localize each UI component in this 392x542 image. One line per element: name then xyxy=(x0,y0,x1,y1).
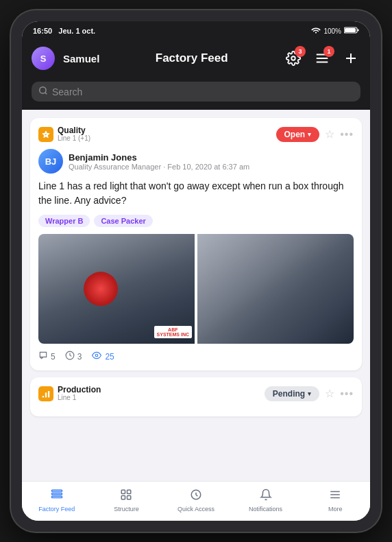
card-header-2: Production Line 1 Pending ▾ ☆ ••• xyxy=(38,386,354,401)
svg-rect-19 xyxy=(127,496,131,499)
search-bar xyxy=(22,76,370,110)
comment-icon xyxy=(38,351,48,362)
stat-views: 25 xyxy=(91,351,114,362)
nav-factory-feed[interactable]: Factory Feed xyxy=(22,486,92,515)
search-input[interactable] xyxy=(52,86,354,97)
header-title: Factory Feed xyxy=(108,51,275,65)
battery-icon xyxy=(344,27,359,35)
label-sub: Line 1 (+1) xyxy=(58,134,90,142)
star-icon[interactable]: ☆ xyxy=(325,128,334,141)
post-text: Line 1 has a red light that won't go awa… xyxy=(38,179,354,208)
menu-button[interactable]: 1 xyxy=(313,49,332,68)
status-bar: 16:50 Jeu. 1 oct. 100% xyxy=(22,21,370,40)
stat-responses: 3 xyxy=(65,351,82,362)
tags: Wrapper B Case Packer xyxy=(38,215,354,227)
post-image-right[interactable] xyxy=(197,234,354,344)
post-stats: 5 3 25 xyxy=(38,351,354,362)
status-time-date: 16:50 Jeu. 1 oct. xyxy=(33,27,95,35)
quick-access-icon xyxy=(189,488,203,504)
svg-point-9 xyxy=(40,87,46,93)
header-actions: 3 1 xyxy=(284,49,360,68)
card-actions: Open ▾ ☆ ••• xyxy=(276,127,354,142)
tablet-frame: 16:50 Jeu. 1 oct. 100% S Samuel Factory … xyxy=(11,10,381,532)
structure-icon xyxy=(119,488,133,504)
label-text: Quality Line 1 (+1) xyxy=(58,126,90,142)
status-right: 100% xyxy=(311,27,359,35)
label-name-2: Production xyxy=(58,386,101,394)
screen: 16:50 Jeu. 1 oct. 100% S Samuel Factory … xyxy=(22,21,370,521)
more-icon xyxy=(328,488,342,504)
production-label-icon xyxy=(38,386,53,401)
notifications-icon xyxy=(260,488,272,504)
battery-percent: 100% xyxy=(323,27,341,35)
open-status-button[interactable]: Open ▾ xyxy=(276,127,320,142)
post-images xyxy=(38,234,354,344)
card-header: Quality Line 1 (+1) Open ▾ ☆ ••• xyxy=(38,126,354,142)
header-username: Samuel xyxy=(63,53,99,64)
tag-wrapper-b[interactable]: Wrapper B xyxy=(38,215,90,227)
svg-rect-14 xyxy=(51,493,62,495)
avatar[interactable]: S xyxy=(32,47,55,70)
chevron-down-icon-2: ▾ xyxy=(308,390,311,397)
post-card-quality: Quality Line 1 (+1) Open ▾ ☆ ••• xyxy=(30,118,362,370)
more-options-icon-2[interactable]: ••• xyxy=(340,388,354,400)
label-sub-2: Line 1 xyxy=(58,394,101,401)
svg-point-12 xyxy=(96,354,99,357)
svg-point-3 xyxy=(291,56,295,60)
quality-label-icon xyxy=(38,127,53,142)
author-role: Quality Assurance Manager · Feb 10, 2020… xyxy=(69,163,249,171)
tag-case-packer[interactable]: Case Packer xyxy=(94,215,152,227)
more-options-icon[interactable]: ••• xyxy=(340,128,354,141)
nav-quick-access-label: Quick Access xyxy=(177,506,215,512)
nav-quick-access[interactable]: Quick Access xyxy=(161,486,231,515)
svg-rect-18 xyxy=(122,496,125,499)
author-name: Benjamin Jones xyxy=(69,152,249,163)
nav-more-label: More xyxy=(328,506,343,512)
card-label-2: Production Line 1 xyxy=(38,386,101,401)
stat-comments: 5 xyxy=(38,351,56,362)
post-card-production: Production Line 1 Pending ▾ ☆ ••• xyxy=(30,377,362,416)
card-label: Quality Line 1 (+1) xyxy=(38,126,90,142)
svg-rect-17 xyxy=(127,490,131,493)
svg-rect-15 xyxy=(51,496,62,497)
pending-status-button[interactable]: Pending ▾ xyxy=(265,386,319,401)
post-image-left[interactable] xyxy=(38,234,195,344)
chevron-down-icon: ▾ xyxy=(308,131,311,138)
nav-structure-label: Structure xyxy=(114,506,139,512)
nav-structure[interactable]: Structure xyxy=(92,486,162,515)
svg-rect-13 xyxy=(51,490,62,491)
nav-notifications-label: Notifications xyxy=(249,506,282,512)
label-text-2: Production Line 1 xyxy=(58,386,101,401)
response-icon xyxy=(65,351,75,362)
settings-badge: 3 xyxy=(295,46,306,57)
svg-rect-2 xyxy=(345,28,356,32)
views-icon xyxy=(91,351,102,362)
header: S Samuel Factory Feed 3 1 xyxy=(22,40,370,76)
wifi-icon xyxy=(311,27,321,35)
star-icon-2[interactable]: ☆ xyxy=(325,387,334,400)
nav-feed-label: Factory Feed xyxy=(38,506,75,512)
svg-rect-16 xyxy=(122,490,125,493)
search-input-wrap[interactable] xyxy=(32,82,360,102)
post-author: BJ Benjamin Jones Quality Assurance Mana… xyxy=(38,149,354,174)
factory-feed-icon xyxy=(50,488,64,504)
settings-button[interactable]: 3 xyxy=(284,49,303,68)
author-avatar: BJ xyxy=(38,149,63,174)
label-name: Quality xyxy=(58,126,90,134)
nav-notifications[interactable]: Notifications xyxy=(231,486,301,515)
card-actions-2: Pending ▾ ☆ ••• xyxy=(265,386,354,401)
nav-more[interactable]: More xyxy=(300,486,370,515)
svg-rect-1 xyxy=(358,30,359,32)
add-button[interactable] xyxy=(341,49,360,68)
menu-badge: 1 xyxy=(323,46,334,57)
svg-line-10 xyxy=(45,93,47,95)
search-icon xyxy=(38,86,48,97)
author-info: Benjamin Jones Quality Assurance Manager… xyxy=(69,152,249,171)
bottom-nav: Factory Feed Structure Quick Access Noti… xyxy=(22,481,370,521)
content-area: Quality Line 1 (+1) Open ▾ ☆ ••• xyxy=(22,110,370,481)
